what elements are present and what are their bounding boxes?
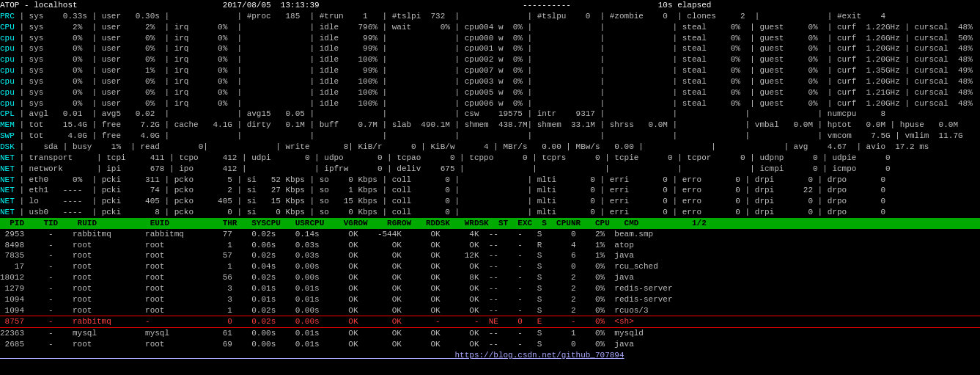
cpu1-row: cpu | sys 0% | user 0% | irq 0% | | idle… — [0, 44, 973, 53]
cpu5-row: cpu | sys 0% | user 0% | irq 0% | | idle… — [0, 88, 973, 97]
process-header: PID TID RUID EUID THR SYSCPU USRCPU VGRO… — [0, 218, 980, 229]
proc-row-2953: 2953 - rabbitmq rabbitmq 77 0.02s 0.14s … — [0, 230, 653, 239]
cpu7-row: cpu | sys 0% | user 1% | irq 0% | | idle… — [0, 66, 973, 75]
proc-row-rcuos: 1094 - root root 1 0.02s 0.00s OK OK OK … — [0, 306, 649, 315]
net-eth1-row: NET | eth1 ---- | pcki 74 | pcko 2 | si … — [0, 186, 885, 194]
proc-row-18012: 18012 - root root 56 0.02s 0.00s OK OK O… — [0, 273, 634, 282]
net-eth0-row: NET | eth0 0% | pcki 311 | pcko 5 | si 5… — [0, 175, 885, 184]
cpu0-row: cpu | sys 0% | user 0% | irq 0% | | idle… — [0, 34, 973, 43]
proc-row-7835: 7835 - root root 57 0.02s 0.03s OK OK OK… — [0, 251, 634, 260]
net-lo-row: NET | lo ---- | pcki 405 | pcko 405 | si… — [0, 197, 885, 205]
header-title: ATOP - localhost 2017/08/05 13:13:39 ---… — [0, 1, 711, 10]
cpu-row: CPU | sys 2% | user 2% | irq 0% | | idle… — [0, 23, 973, 32]
dsk-row: DSK | sda | busy 1% | read 0| | write 8|… — [0, 142, 929, 151]
proc-row-2685: 2685 - root root 69 0.00s 0.01s OK OK OK… — [0, 340, 634, 349]
prc-row: PRC | sys 0.33s | user 0.30s | | #proc 1… — [0, 12, 885, 21]
swp-row: SWP | tot 4.0G | free 4.0G | | | | | | |… — [0, 131, 963, 140]
cpu6-row: cpu | sys 0% | user 0% | irq 0% | | idle… — [0, 99, 973, 108]
cpl-row: CPL | avgl 0.01 | avg5 0.02 | | avg15 0.… — [0, 109, 885, 118]
terminal-content: ATOP - localhost 2017/08/05 13:13:39 ---… — [0, 0, 980, 361]
terminal: ATOP - localhost 2017/08/05 13:13:39 ---… — [0, 0, 980, 375]
proc-row-1279: 1279 - root root 3 0.01s 0.01s OK OK OK … — [0, 284, 673, 293]
proc-row-8498: 8498 - root root 1 0.06s 0.03s OK OK OK … — [0, 241, 634, 250]
mem-row: MEM | tot 15.4G | free 7.2G | cache 4.1G… — [0, 120, 958, 129]
proc-row-8757-highlighted: 8757 - rabbitmq - 0 0.02s 0.00s OK OK - … — [0, 316, 980, 328]
proc-row-22363: 22363 - mysql mysql 61 0.00s 0.01s OK OK… — [0, 329, 644, 338]
proc-row-1094: 1094 - root root 3 0.01s 0.01s OK OK OK … — [0, 295, 673, 304]
net-network-row: NET | network | ipi 678 | ipo 412 | | ip… — [0, 164, 891, 173]
url-overlay: https://blog.csdn.net/github_707894 — [0, 351, 625, 360]
cpu3-row: cpu | sys 0% | user 0% | irq 0% | | idle… — [0, 77, 973, 86]
proc-row-17: 17 - root root 1 0.04s 0.00s OK OK OK OK… — [0, 262, 658, 271]
cpu2-row: cpu | sys 0% | user 0% | irq 0% | | idle… — [0, 55, 973, 64]
net-transport-row: NET | transport | tcpi 411 | tcpo 412 | … — [0, 153, 891, 162]
net-usb0-row: NET | usb0 ---- | pcki 8 | pcko 0 | si 0… — [0, 208, 885, 216]
